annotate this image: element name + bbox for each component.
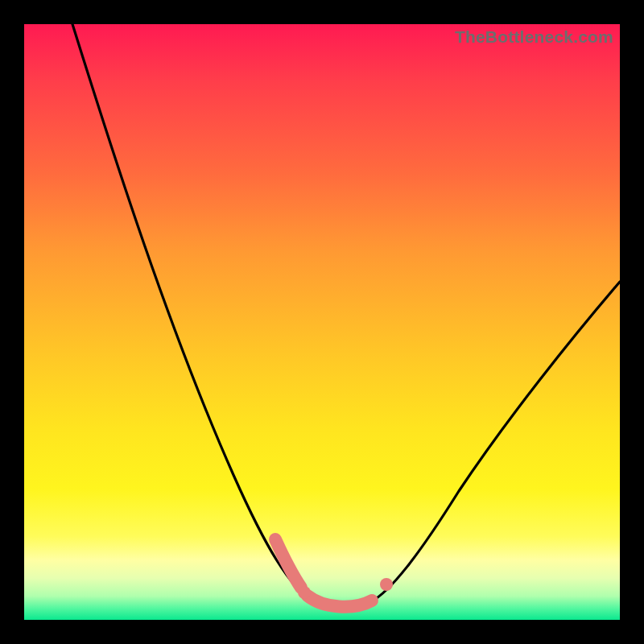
highlight-dot-left (298, 586, 311, 599)
curve-path (72, 24, 620, 609)
highlight-bottom (308, 596, 372, 607)
bottleneck-curve (24, 24, 620, 620)
highlight-dot-right (380, 578, 393, 591)
chart-frame: TheBottleneck.com (0, 0, 644, 644)
plot-area: TheBottleneck.com (24, 24, 620, 620)
